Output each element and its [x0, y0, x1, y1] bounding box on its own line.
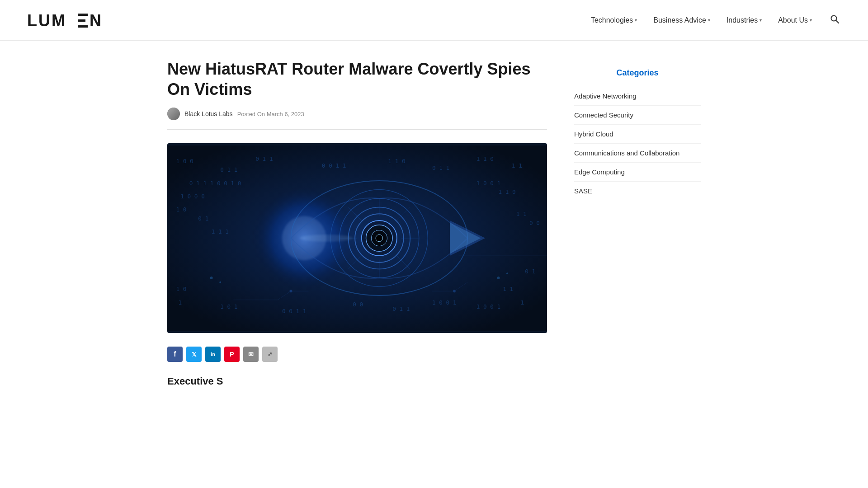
svg-rect-2 — [78, 19, 85, 22]
industries-chevron-icon: ▾ — [760, 18, 762, 23]
svg-point-68 — [497, 277, 500, 279]
social-share: f 𝕏 in P ✉ ⤢ — [167, 347, 547, 362]
sidebar: Categories Adaptive Networking Connected… — [574, 59, 701, 387]
sidebar-top-divider — [574, 59, 701, 59]
hero-svg: 1 0 0 0 1 1 0 1 1 0 0 1 1 1 1 0 0 1 1 1 … — [167, 143, 547, 333]
linkedin-share-button[interactable]: in — [205, 347, 221, 362]
business-advice-chevron-icon: ▾ — [708, 18, 710, 23]
hero-image: 1 0 0 0 1 1 0 1 1 0 0 1 1 1 1 0 0 1 1 1 … — [167, 143, 547, 333]
pinterest-icon: P — [230, 351, 234, 358]
svg-text:1 0 0 1: 1 0 0 1 — [476, 303, 500, 310]
svg-point-58 — [300, 235, 353, 242]
svg-point-64 — [290, 290, 292, 292]
about-us-chevron-icon: ▾ — [810, 18, 812, 23]
main-container: New HiatusRAT Router Malware Covertly Sp… — [140, 41, 728, 405]
svg-text:1 0 0 1: 1 0 0 1 — [476, 180, 500, 187]
svg-line-6 — [836, 20, 839, 23]
svg-point-46 — [376, 235, 383, 242]
site-header: LUM N Technologies ▾ Business Advice ▾ I… — [0, 0, 868, 41]
category-item-communications-and-collaboration[interactable]: Communications and Collaboration — [574, 144, 701, 162]
twitter-share-button[interactable]: 𝕏 — [186, 347, 202, 362]
nav-about-us[interactable]: About Us ▾ — [778, 16, 812, 24]
svg-point-67 — [219, 282, 221, 283]
post-date: Posted On March 6, 2023 — [237, 111, 304, 117]
svg-text:LUM: LUM — [27, 11, 66, 30]
logo-svg: LUM N — [27, 9, 113, 32]
svg-text:0 0 1 1: 0 0 1 1 — [322, 162, 346, 169]
twitter-icon: 𝕏 — [192, 351, 196, 358]
svg-text:1 1 1: 1 1 1 — [212, 228, 229, 235]
svg-text:1 1 0: 1 1 0 — [476, 155, 494, 162]
main-nav: Technologies ▾ Business Advice ▾ Industr… — [591, 13, 841, 28]
svg-text:1 0: 1 0 — [176, 286, 187, 292]
svg-text:0 0: 0 0 — [529, 220, 540, 226]
svg-rect-1 — [78, 14, 88, 16]
svg-text:0 1 1: 0 1 1 — [392, 305, 410, 312]
avatar — [167, 108, 180, 120]
svg-rect-3 — [78, 25, 88, 28]
category-item-sase[interactable]: SASE — [574, 182, 701, 200]
svg-text:1 0 1: 1 0 1 — [220, 303, 237, 310]
svg-point-69 — [506, 272, 508, 274]
svg-text:1 0 0 1: 1 0 0 1 — [432, 299, 456, 306]
email-share-button[interactable]: ✉ — [243, 347, 259, 362]
svg-text:0 1 1: 0 1 1 — [220, 166, 237, 173]
categories-title: Categories — [574, 68, 701, 78]
svg-text:1: 1 — [520, 299, 524, 306]
linkedin-icon: in — [211, 352, 215, 357]
meta-divider — [167, 129, 547, 130]
category-item-adaptive-networking[interactable]: Adaptive Networking — [574, 87, 701, 105]
svg-point-66 — [210, 277, 213, 279]
article-area: New HiatusRAT Router Malware Covertly Sp… — [167, 59, 547, 387]
search-button[interactable] — [828, 13, 841, 28]
svg-text:0 1 1: 0 1 1 — [255, 155, 273, 162]
share-icon: ⤢ — [268, 351, 272, 357]
generic-share-button[interactable]: ⤢ — [262, 347, 278, 362]
svg-text:0 1 1 1 0 0 1 0: 0 1 1 1 0 0 1 0 — [189, 180, 241, 187]
nav-industries[interactable]: Industries ▾ — [726, 16, 762, 24]
nav-technologies[interactable]: Technologies ▾ — [591, 16, 637, 24]
svg-text:1 0: 1 0 — [176, 206, 187, 213]
svg-text:0 1: 0 1 — [525, 268, 535, 275]
facebook-share-button[interactable]: f — [167, 347, 183, 362]
category-item-edge-computing[interactable]: Edge Computing — [574, 163, 701, 181]
category-item-hybrid-cloud[interactable]: Hybrid Cloud — [574, 125, 701, 143]
svg-text:1 1 0: 1 1 0 — [388, 158, 405, 164]
article-section-title: Executive S — [167, 375, 547, 387]
category-item-connected-security[interactable]: Connected Security — [574, 106, 701, 124]
svg-text:0 0: 0 0 — [353, 301, 363, 308]
email-icon: ✉ — [248, 351, 254, 358]
author-name[interactable]: Black Lotus Labs — [184, 110, 233, 117]
svg-text:1: 1 — [178, 299, 182, 306]
article-title: New HiatusRAT Router Malware Covertly Sp… — [167, 59, 547, 99]
search-icon — [830, 14, 839, 23]
svg-text:1 1: 1 1 — [516, 211, 527, 217]
svg-text:1 1: 1 1 — [512, 162, 522, 169]
svg-text:1 1 0: 1 1 0 — [499, 188, 516, 195]
svg-point-65 — [453, 290, 456, 292]
article-meta: Black Lotus Labs Posted On March 6, 2023 — [167, 108, 547, 120]
svg-text:1 1: 1 1 — [503, 286, 513, 292]
pinterest-share-button[interactable]: P — [224, 347, 240, 362]
svg-text:1 0 0 0: 1 0 0 0 — [180, 193, 204, 200]
technologies-chevron-icon: ▾ — [635, 18, 637, 23]
svg-text:0 0 1 1: 0 0 1 1 — [282, 308, 306, 314]
logo[interactable]: LUM N — [27, 9, 113, 32]
svg-text:0 1 1: 0 1 1 — [432, 164, 449, 171]
svg-text:1 0 0: 1 0 0 — [176, 158, 193, 164]
svg-text:0 1: 0 1 — [198, 215, 208, 222]
svg-text:N: N — [90, 11, 103, 30]
nav-business-advice[interactable]: Business Advice ▾ — [653, 16, 710, 24]
